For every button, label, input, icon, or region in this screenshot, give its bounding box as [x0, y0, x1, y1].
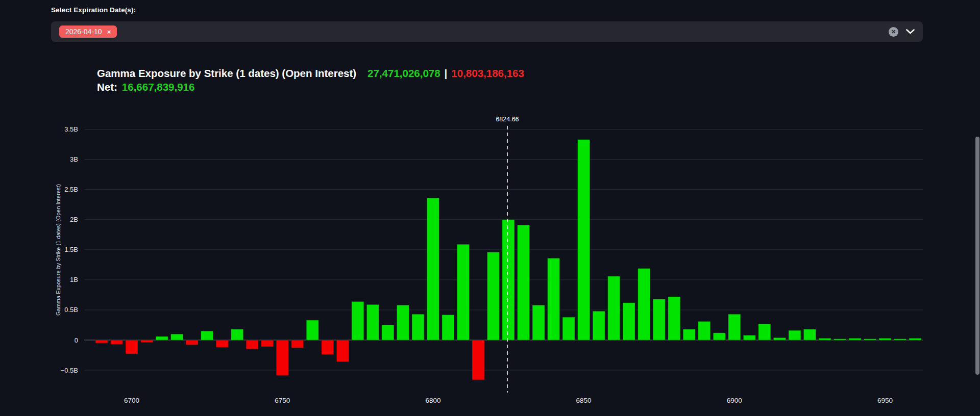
bar-strike-6800[interactable]	[427, 198, 439, 340]
svg-text:3.5B: 3.5B	[64, 125, 78, 133]
bar-strike-6795[interactable]	[412, 314, 424, 340]
bar-strike-6780[interactable]	[366, 304, 379, 340]
bar-strike-6900[interactable]	[728, 314, 741, 340]
svg-text:−0.5B: −0.5B	[61, 367, 78, 374]
bar-strike-6880[interactable]	[668, 297, 680, 340]
svg-text:0: 0	[75, 336, 78, 344]
bar-strike-6730[interactable]	[216, 340, 228, 347]
svg-text:6800: 6800	[425, 397, 440, 404]
bar-strike-6865[interactable]	[623, 303, 635, 340]
x-axis-labels: 670067506800685069006950	[124, 397, 893, 404]
bar-strike-6935[interactable]	[834, 339, 846, 340]
svg-text:0.5B: 0.5B	[64, 306, 78, 314]
bar-strike-6710[interactable]	[156, 336, 168, 340]
vertical-scrollbar-thumb[interactable]	[975, 137, 979, 375]
bar-strike-6945[interactable]	[864, 339, 876, 340]
bar-strike-6840[interactable]	[548, 258, 560, 340]
bar-strike-6805[interactable]	[442, 315, 454, 340]
bar-strike-6950[interactable]	[879, 338, 891, 340]
bar-strike-6690[interactable]	[95, 340, 108, 343]
bar-strike-6815[interactable]	[472, 340, 484, 380]
bar-strike-6810[interactable]	[457, 244, 469, 340]
bar-strike-6755[interactable]	[291, 340, 304, 348]
bar-strike-6875[interactable]	[653, 299, 665, 340]
svg-text:6950: 6950	[877, 397, 893, 404]
bar-strike-6885[interactable]	[683, 329, 695, 340]
bar-strike-6835[interactable]	[532, 305, 545, 340]
svg-text:6850: 6850	[576, 397, 592, 404]
bar-strike-6700[interactable]	[126, 340, 138, 354]
bar-strike-6770[interactable]	[336, 340, 349, 362]
svg-text:3B: 3B	[70, 155, 78, 163]
bar-strike-6790[interactable]	[397, 305, 409, 340]
bar-strike-6740[interactable]	[246, 340, 258, 349]
svg-text:6900: 6900	[727, 397, 742, 404]
bar-strike-6850[interactable]	[578, 140, 590, 340]
bar-strike-6785[interactable]	[382, 325, 394, 340]
bar-strike-6925[interactable]	[803, 329, 816, 340]
bar-strike-6860[interactable]	[608, 276, 620, 340]
svg-text:2B: 2B	[70, 216, 78, 223]
bar-strike-6910[interactable]	[758, 324, 771, 340]
bar-strike-6765[interactable]	[322, 340, 334, 354]
bar-strike-6745[interactable]	[261, 340, 274, 347]
bar-strike-6895[interactable]	[713, 333, 725, 340]
bar-strike-6955[interactable]	[894, 339, 906, 340]
gamma-exposure-chart[interactable]: 3.5B3B2.5B2B1.5B1B0.5B0−0.5B670067506800…	[0, 0, 980, 416]
bar-strike-6725[interactable]	[201, 331, 213, 340]
bar-strike-6715[interactable]	[171, 334, 183, 340]
bar-strike-6845[interactable]	[562, 317, 575, 340]
bar-strike-6905[interactable]	[743, 335, 755, 340]
bar-strike-6720[interactable]	[186, 340, 198, 345]
bar-strike-6705[interactable]	[141, 340, 153, 343]
bar-strike-6920[interactable]	[789, 330, 801, 340]
spot-price-label: 6824.66	[496, 116, 519, 123]
bar-strike-6820[interactable]	[487, 252, 499, 340]
bar-strike-6735[interactable]	[231, 329, 243, 340]
bar-strike-6855[interactable]	[593, 311, 605, 340]
y-axis-title: Gamma Exposure by Strike (1 dates) (Open…	[55, 184, 61, 316]
bar-strike-6870[interactable]	[638, 268, 650, 340]
bar-strike-6915[interactable]	[773, 337, 786, 340]
bar-strike-6960[interactable]	[909, 338, 921, 340]
bar-strike-6750[interactable]	[276, 340, 288, 376]
svg-text:2.5B: 2.5B	[64, 186, 78, 193]
bar-strike-6830[interactable]	[518, 225, 530, 340]
bar-strike-6940[interactable]	[849, 338, 861, 340]
svg-text:1.5B: 1.5B	[64, 246, 78, 253]
bar-strike-6775[interactable]	[352, 301, 364, 340]
bar-strike-6760[interactable]	[306, 320, 318, 340]
gex-bars[interactable]	[95, 140, 921, 380]
bar-strike-6695[interactable]	[110, 340, 122, 344]
y-axis-labels: 3.5B3B2.5B2B1.5B1B0.5B0−0.5B	[61, 125, 78, 374]
bar-strike-6825[interactable]	[502, 220, 514, 340]
bar-strike-6890[interactable]	[698, 321, 710, 340]
svg-text:6700: 6700	[124, 397, 139, 404]
bar-strike-6930[interactable]	[819, 338, 831, 340]
svg-text:6750: 6750	[275, 397, 290, 404]
svg-text:1B: 1B	[70, 276, 78, 283]
